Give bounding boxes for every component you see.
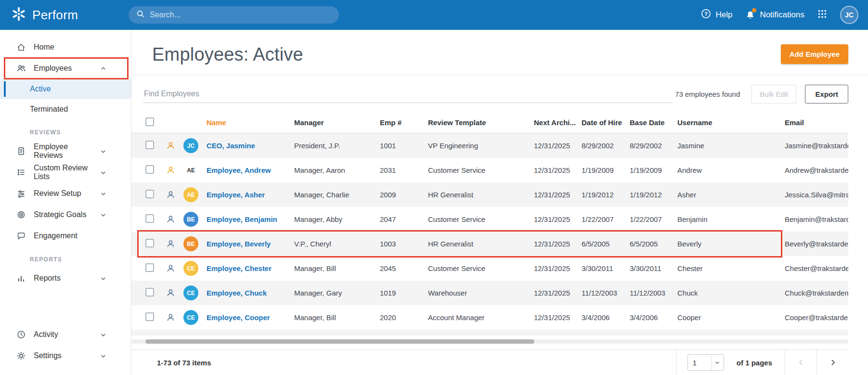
previous-page-button[interactable] xyxy=(785,350,816,375)
column-header-emp-number[interactable]: Emp # xyxy=(380,118,428,127)
cell-date-of-hire: 6/5/2005 xyxy=(582,240,630,248)
employee-card-icon[interactable] xyxy=(166,141,183,150)
employee-name-link[interactable]: Employee, Cooper xyxy=(207,313,270,322)
cell-next-archive: 12/31/2025 xyxy=(534,142,582,150)
horizontal-scrollbar-thumb[interactable] xyxy=(145,339,534,344)
employee-name-link[interactable]: CEO, Jasmine xyxy=(207,142,255,150)
sidebar-item-engagement[interactable]: Engagement xyxy=(0,225,131,246)
help-button[interactable]: ? Help xyxy=(701,9,732,21)
sidebar-item-activity[interactable]: Activity xyxy=(0,324,131,345)
cell-date-of-hire: 1/19/2012 xyxy=(582,191,630,199)
employee-card-icon[interactable] xyxy=(166,264,183,273)
employees-found-count: 73 employees found xyxy=(675,90,740,98)
column-header-next-archive[interactable]: Next Archi... xyxy=(534,118,582,127)
cell-base-date: 1/19/2012 xyxy=(630,191,677,199)
cell-email: Andrew@trakstardem xyxy=(785,166,848,174)
employee-card-icon[interactable] xyxy=(166,313,183,322)
cell-manager: Manager, Bill xyxy=(294,313,380,322)
table-row[interactable]: CE Employee, Cooper Manager, Bill 2020 A… xyxy=(131,305,848,330)
table-row[interactable]: CE Employee, Chuck Manager, Gary 1019 Wa… xyxy=(131,281,848,305)
column-header-manager[interactable]: Manager xyxy=(294,118,380,127)
table-row[interactable]: AE Employee, Asher Manager, Charlie 2009… xyxy=(131,182,848,207)
column-header-date-of-hire[interactable]: Date of Hire xyxy=(582,118,630,127)
sidebar-item-reports[interactable]: Reports xyxy=(0,268,131,289)
next-page-button[interactable] xyxy=(816,350,848,375)
employee-name-link[interactable]: Employee, Asher xyxy=(207,191,265,199)
column-header-email[interactable]: Email xyxy=(785,118,848,127)
brand-name: Perform xyxy=(32,8,78,23)
notifications-button[interactable]: Notifications xyxy=(745,10,804,20)
user-avatar[interactable]: JC xyxy=(840,6,858,24)
cell-emp-number: 2045 xyxy=(380,264,428,272)
sidebar-item-employees[interactable]: Employees xyxy=(0,58,131,79)
sidebar-item-label: Employees xyxy=(34,64,72,73)
row-checkbox[interactable] xyxy=(145,165,154,174)
column-header-name[interactable]: Name xyxy=(207,118,294,127)
row-checkbox[interactable] xyxy=(145,263,154,272)
employee-card-icon[interactable] xyxy=(166,288,183,297)
column-header-username[interactable]: Username xyxy=(677,118,785,127)
sidebar-item-settings[interactable]: Settings xyxy=(0,345,131,366)
employee-card-icon[interactable] xyxy=(166,190,183,199)
sidebar-item-active[interactable]: Active xyxy=(0,79,131,99)
cell-review-template: Customer Service xyxy=(428,166,534,174)
row-checkbox[interactable] xyxy=(145,190,154,198)
row-checkbox[interactable] xyxy=(145,312,154,321)
table-row[interactable]: CE Employee, Chester Manager, Bill 2045 … xyxy=(131,256,848,281)
export-button[interactable]: Export xyxy=(805,85,848,103)
employee-card-icon[interactable] xyxy=(166,166,183,175)
chevron-down-icon xyxy=(100,352,107,360)
brand[interactable]: Perform xyxy=(11,6,129,24)
table-row[interactable]: BE Employee, Benjamin Manager, Abby 2047… xyxy=(131,207,848,232)
sidebar-item-custom-review-lists[interactable]: Custom Review Lists xyxy=(0,162,131,183)
apps-grid-button[interactable] xyxy=(817,9,827,21)
find-employees-input[interactable] xyxy=(143,85,673,103)
horizontal-scrollbar[interactable] xyxy=(131,339,848,344)
global-search[interactable] xyxy=(129,6,339,24)
row-checkbox[interactable] xyxy=(145,141,154,149)
search-input[interactable] xyxy=(150,11,331,19)
sidebar-item-employee-reviews[interactable]: Employee Reviews xyxy=(0,141,131,162)
sidebar-item-strategic-goals[interactable]: Strategic Goals xyxy=(0,204,131,225)
employee-name-link[interactable]: Employee, Chester xyxy=(207,264,272,272)
sidebar-item-home[interactable]: Home xyxy=(0,37,131,58)
employee-name-link[interactable]: Employee, Chuck xyxy=(207,289,267,297)
list-icon xyxy=(16,168,26,177)
employee-name-link[interactable]: Employee, Beverly xyxy=(207,240,271,248)
row-checkbox[interactable] xyxy=(145,214,154,223)
cell-username: Cooper xyxy=(677,313,785,322)
bell-icon xyxy=(745,10,755,20)
avatar: BE xyxy=(183,236,198,251)
page-select[interactable]: 1 xyxy=(687,354,724,371)
column-header-review-template[interactable]: Review Template xyxy=(428,118,534,127)
employee-name-link[interactable]: Employee, Andrew xyxy=(207,166,271,174)
table-row[interactable]: BE Employee, Beverly V.P., Cheryl 1003 H… xyxy=(131,232,848,256)
sidebar-item-label: Engagement xyxy=(34,232,78,240)
sidebar-item-label: Activity xyxy=(34,330,58,339)
employee-name-link[interactable]: Employee, Benjamin xyxy=(207,215,277,223)
sidebar-subitem-label: Terminated xyxy=(30,105,68,114)
sidebar-item-terminated[interactable]: Terminated xyxy=(0,99,131,119)
main-content: Employees: Active Add Employee 73 employ… xyxy=(131,30,868,375)
cell-date-of-hire: 3/4/2006 xyxy=(582,313,630,322)
sidebar-item-review-setup[interactable]: Review Setup xyxy=(0,183,131,204)
document-icon xyxy=(16,146,26,156)
add-employee-button[interactable]: Add Employee xyxy=(781,44,848,64)
employee-card-icon[interactable] xyxy=(166,215,183,224)
row-checkbox[interactable] xyxy=(145,288,154,297)
select-all-checkbox[interactable] xyxy=(145,117,154,126)
cell-next-archive: 12/31/2025 xyxy=(534,240,582,248)
table-row[interactable]: AE Employee, Andrew Manager, Aaron 2031 … xyxy=(131,158,848,182)
cell-base-date: 6/5/2005 xyxy=(630,240,677,248)
employee-card-icon[interactable] xyxy=(166,239,183,248)
column-header-base-date[interactable]: Base Date xyxy=(630,118,677,127)
row-checkbox[interactable] xyxy=(145,239,154,247)
bulk-edit-button[interactable]: Bulk Edit xyxy=(751,85,796,103)
cell-next-archive: 12/31/2025 xyxy=(534,289,582,297)
help-label: Help xyxy=(715,10,732,20)
cell-username: Benjamin xyxy=(677,215,785,223)
sidebar-item-label: Review Setup xyxy=(34,189,81,198)
cell-username: Chester xyxy=(677,264,785,272)
table-row[interactable]: JC CEO, Jasmine President, J.P. 1001 VP … xyxy=(131,133,848,158)
cell-review-template: HR Generalist xyxy=(428,191,534,199)
